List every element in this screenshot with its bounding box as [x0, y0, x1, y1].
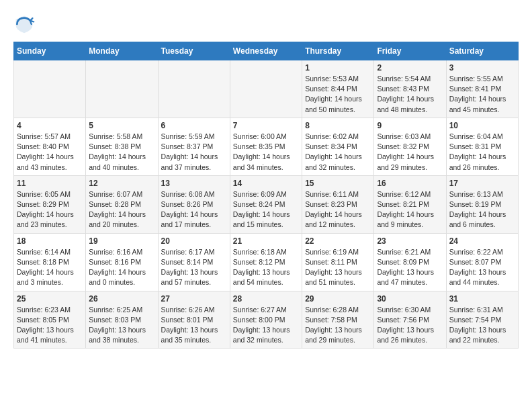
- weekday-header: Friday: [374, 42, 446, 60]
- day-info: Sunrise: 6:12 AMSunset: 8:21 PMDaylight:…: [377, 190, 434, 229]
- day-info: Sunrise: 5:53 AMSunset: 8:44 PMDaylight:…: [305, 75, 362, 113]
- day-number: 4: [17, 121, 83, 130]
- calendar-cell: 5 Sunrise: 5:58 AMSunset: 8:38 PMDayligh…: [86, 118, 158, 175]
- logo-icon: [13, 13, 35, 35]
- day-info: Sunrise: 5:55 AMSunset: 8:41 PMDaylight:…: [449, 75, 506, 113]
- day-number: 9: [377, 121, 443, 130]
- calendar-cell: 20 Sunrise: 6:17 AMSunset: 8:14 PMDaylig…: [158, 233, 230, 291]
- calendar-cell: 27 Sunrise: 6:26 AMSunset: 8:01 PMDaylig…: [158, 291, 230, 349]
- day-number: 5: [89, 121, 154, 130]
- calendar-week-row: 11 Sunrise: 6:05 AMSunset: 8:29 PMDaylig…: [14, 175, 519, 233]
- day-number: 6: [161, 121, 227, 130]
- day-info: Sunrise: 6:31 AMSunset: 7:54 PMDaylight:…: [449, 306, 506, 345]
- calendar-cell: 21 Sunrise: 6:18 AMSunset: 8:12 PMDaylig…: [230, 233, 302, 291]
- weekday-header: Thursday: [302, 42, 374, 60]
- day-info: Sunrise: 6:04 AMSunset: 8:31 PMDaylight:…: [449, 132, 506, 171]
- day-number: 22: [305, 236, 371, 246]
- day-info: Sunrise: 6:30 AMSunset: 7:56 PMDaylight:…: [377, 306, 434, 345]
- day-info: Sunrise: 6:18 AMSunset: 8:12 PMDaylight:…: [233, 248, 290, 287]
- day-info: Sunrise: 6:17 AMSunset: 8:14 PMDaylight:…: [161, 248, 218, 287]
- calendar-cell: 24 Sunrise: 6:22 AMSunset: 8:07 PMDaylig…: [446, 233, 518, 291]
- day-number: 17: [449, 179, 515, 188]
- day-info: Sunrise: 6:13 AMSunset: 8:19 PMDaylight:…: [449, 190, 506, 229]
- calendar-cell: 18 Sunrise: 6:14 AMSunset: 8:18 PMDaylig…: [14, 233, 86, 291]
- calendar-table: SundayMondayTuesdayWednesdayThursdayFrid…: [13, 42, 519, 349]
- calendar-week-row: 4 Sunrise: 5:57 AMSunset: 8:40 PMDayligh…: [14, 118, 519, 175]
- day-info: Sunrise: 6:09 AMSunset: 8:24 PMDaylight:…: [233, 190, 290, 229]
- day-number: 28: [233, 294, 299, 304]
- day-number: 18: [17, 236, 83, 246]
- calendar-cell: 28 Sunrise: 6:27 AMSunset: 8:00 PMDaylig…: [230, 291, 302, 349]
- day-number: 12: [89, 179, 154, 188]
- page: SundayMondayTuesdayWednesdayThursdayFrid…: [0, 0, 532, 355]
- calendar-cell: 11 Sunrise: 6:05 AMSunset: 8:29 PMDaylig…: [14, 175, 86, 233]
- day-number: 26: [89, 294, 154, 304]
- weekday-header: Wednesday: [230, 42, 302, 60]
- day-info: Sunrise: 6:11 AMSunset: 8:23 PMDaylight:…: [305, 190, 362, 229]
- calendar-cell: 3 Sunrise: 5:55 AMSunset: 8:41 PMDayligh…: [446, 60, 518, 118]
- day-info: Sunrise: 6:02 AMSunset: 8:34 PMDaylight:…: [305, 132, 362, 171]
- day-info: Sunrise: 6:07 AMSunset: 8:28 PMDaylight:…: [89, 190, 146, 229]
- day-info: Sunrise: 6:27 AMSunset: 8:00 PMDaylight:…: [233, 306, 290, 345]
- day-info: Sunrise: 6:28 AMSunset: 7:58 PMDaylight:…: [305, 306, 362, 345]
- calendar-cell: 17 Sunrise: 6:13 AMSunset: 8:19 PMDaylig…: [446, 175, 518, 233]
- weekday-header-row: SundayMondayTuesdayWednesdayThursdayFrid…: [14, 42, 519, 60]
- logo: [13, 13, 38, 35]
- calendar-cell: [86, 60, 158, 118]
- calendar-week-row: 1 Sunrise: 5:53 AMSunset: 8:44 PMDayligh…: [14, 60, 519, 118]
- calendar-cell: 30 Sunrise: 6:30 AMSunset: 7:56 PMDaylig…: [374, 291, 446, 349]
- weekday-header: Saturday: [446, 42, 518, 60]
- day-info: Sunrise: 6:26 AMSunset: 8:01 PMDaylight:…: [161, 306, 218, 345]
- calendar-cell: [14, 60, 86, 118]
- day-info: Sunrise: 6:22 AMSunset: 8:07 PMDaylight:…: [449, 248, 506, 287]
- header: [13, 13, 519, 35]
- calendar-cell: 13 Sunrise: 6:08 AMSunset: 8:26 PMDaylig…: [158, 175, 230, 233]
- day-number: 29: [305, 294, 371, 304]
- day-info: Sunrise: 6:16 AMSunset: 8:16 PMDaylight:…: [89, 248, 146, 287]
- day-number: 27: [161, 294, 227, 304]
- calendar-cell: 14 Sunrise: 6:09 AMSunset: 8:24 PMDaylig…: [230, 175, 302, 233]
- day-number: 14: [233, 179, 299, 188]
- calendar-cell: 7 Sunrise: 6:00 AMSunset: 8:35 PMDayligh…: [230, 118, 302, 175]
- day-info: Sunrise: 6:19 AMSunset: 8:11 PMDaylight:…: [305, 248, 362, 287]
- day-info: Sunrise: 6:25 AMSunset: 8:03 PMDaylight:…: [89, 306, 146, 345]
- calendar-cell: 19 Sunrise: 6:16 AMSunset: 8:16 PMDaylig…: [86, 233, 158, 291]
- day-info: Sunrise: 5:58 AMSunset: 8:38 PMDaylight:…: [89, 132, 146, 171]
- day-info: Sunrise: 5:57 AMSunset: 8:40 PMDaylight:…: [17, 132, 74, 171]
- day-number: 21: [233, 236, 299, 246]
- calendar-cell: 29 Sunrise: 6:28 AMSunset: 7:58 PMDaylig…: [302, 291, 374, 349]
- calendar-cell: 6 Sunrise: 5:59 AMSunset: 8:37 PMDayligh…: [158, 118, 230, 175]
- day-info: Sunrise: 6:14 AMSunset: 8:18 PMDaylight:…: [17, 248, 74, 287]
- calendar-week-row: 25 Sunrise: 6:23 AMSunset: 8:05 PMDaylig…: [14, 291, 519, 349]
- calendar-cell: 8 Sunrise: 6:02 AMSunset: 8:34 PMDayligh…: [302, 118, 374, 175]
- day-number: 19: [89, 236, 154, 246]
- calendar-cell: 16 Sunrise: 6:12 AMSunset: 8:21 PMDaylig…: [374, 175, 446, 233]
- day-info: Sunrise: 5:59 AMSunset: 8:37 PMDaylight:…: [161, 132, 218, 171]
- day-number: 13: [161, 179, 227, 188]
- day-number: 3: [449, 63, 515, 73]
- day-info: Sunrise: 6:05 AMSunset: 8:29 PMDaylight:…: [17, 190, 74, 229]
- calendar-cell: 10 Sunrise: 6:04 AMSunset: 8:31 PMDaylig…: [446, 118, 518, 175]
- calendar-cell: 25 Sunrise: 6:23 AMSunset: 8:05 PMDaylig…: [14, 291, 86, 349]
- day-info: Sunrise: 6:03 AMSunset: 8:32 PMDaylight:…: [377, 132, 434, 171]
- day-number: 2: [377, 63, 443, 73]
- weekday-header: Monday: [86, 42, 158, 60]
- day-number: 23: [377, 236, 443, 246]
- day-info: Sunrise: 6:23 AMSunset: 8:05 PMDaylight:…: [17, 306, 74, 345]
- calendar-cell: 23 Sunrise: 6:21 AMSunset: 8:09 PMDaylig…: [374, 233, 446, 291]
- day-number: 20: [161, 236, 227, 246]
- calendar-cell: 12 Sunrise: 6:07 AMSunset: 8:28 PMDaylig…: [86, 175, 158, 233]
- day-number: 7: [233, 121, 299, 130]
- weekday-header: Sunday: [14, 42, 86, 60]
- day-number: 11: [17, 179, 83, 188]
- calendar-cell: 26 Sunrise: 6:25 AMSunset: 8:03 PMDaylig…: [86, 291, 158, 349]
- calendar-cell: [158, 60, 230, 118]
- calendar-cell: 2 Sunrise: 5:54 AMSunset: 8:43 PMDayligh…: [374, 60, 446, 118]
- day-number: 30: [377, 294, 443, 304]
- weekday-header: Tuesday: [158, 42, 230, 60]
- calendar-cell: [230, 60, 302, 118]
- day-number: 25: [17, 294, 83, 304]
- calendar-week-row: 18 Sunrise: 6:14 AMSunset: 8:18 PMDaylig…: [14, 233, 519, 291]
- day-number: 24: [449, 236, 515, 246]
- day-info: Sunrise: 6:21 AMSunset: 8:09 PMDaylight:…: [377, 248, 434, 287]
